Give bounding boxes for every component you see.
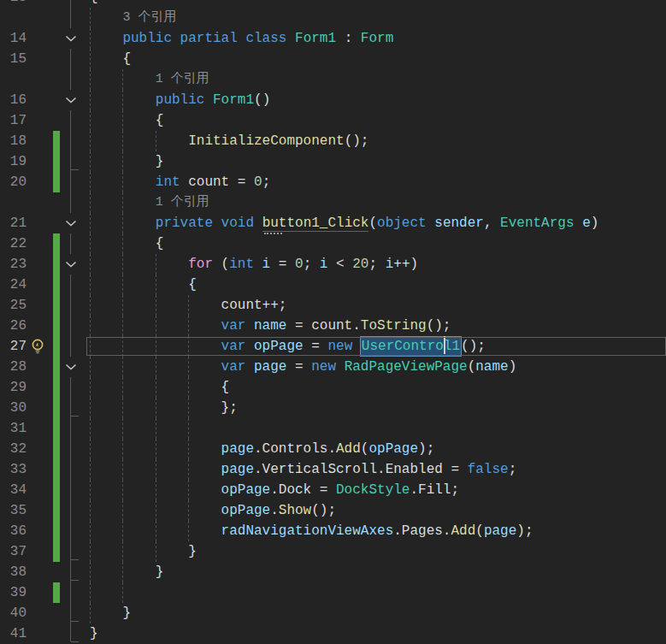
code-token: name: [475, 359, 508, 375]
code-token: DockStyle: [336, 482, 410, 498]
code-line-39[interactable]: 39: [0, 582, 666, 603]
code-token: (: [368, 216, 377, 231]
code-line-16[interactable]: 16public Form1(): [0, 90, 666, 110]
change-tracking-bar: [53, 418, 60, 439]
indent-guide: [188, 357, 189, 377]
code-line-37[interactable]: 37}: [0, 541, 666, 562]
code-line-19[interactable]: 19}: [0, 151, 666, 172]
code-text: public Form1(): [156, 90, 270, 110]
code-line-33[interactable]: 33page.VerticalScroll.Enabled = false;: [0, 459, 666, 480]
code-line-40[interactable]: 40}: [0, 603, 666, 623]
code-token: .VerticalScroll.Enabled =: [254, 462, 468, 477]
fold-chevron-icon[interactable]: [64, 90, 78, 110]
code-token: {: [188, 277, 197, 292]
indent-guide: [156, 500, 156, 521]
code-token: ;: [368, 257, 385, 272]
code-token: (): [254, 92, 270, 108]
code-line-34[interactable]: 34opPage.Dock = DockStyle.Fill;: [0, 480, 666, 500]
code-line-20[interactable]: 20int count = 0;: [0, 172, 666, 192]
code-line-21[interactable]: 21private void button1_Click(object send…: [0, 213, 666, 233]
code-token: i: [320, 257, 328, 272]
code-editor[interactable]: 13{3 个引用14public partial class Form1 : F…: [0, 0, 666, 644]
change-tracking-bar: [53, 439, 60, 459]
indent-guide: [90, 398, 91, 418]
codelens-row[interactable]: 3 个引用: [0, 8, 666, 28]
code-token: Show: [279, 503, 311, 518]
code-line-35[interactable]: 35opPage.Show();: [0, 500, 666, 521]
code-line-31[interactable]: 31: [0, 418, 666, 439]
indent-guide: [122, 172, 123, 192]
line-number: 21: [0, 213, 27, 233]
indent-guide: [156, 131, 156, 151]
indent-guide: [188, 500, 189, 521]
indent-guide: [156, 336, 156, 357]
code-text: {: [188, 275, 197, 295]
code-token: private void: [156, 216, 262, 231]
fold-chevron-icon[interactable]: [64, 254, 78, 275]
indent-guide: [122, 90, 123, 110]
code-line-32[interactable]: 32page.Controls.Add(opPage);: [0, 439, 666, 459]
code-line-36[interactable]: 36radNavigationViewAxes.Pages.Add(page);: [0, 521, 666, 541]
code-token: );: [516, 523, 533, 539]
code-token: }: [188, 544, 197, 559]
indent-guide: [90, 316, 91, 336]
code-token: public partial class: [122, 31, 295, 46]
code-line-15[interactable]: 15{: [0, 49, 666, 69]
line-number: 37: [0, 541, 27, 562]
change-tracking-bar: [53, 357, 60, 377]
code-token: ): [591, 216, 599, 231]
code-line-29[interactable]: 29{: [0, 377, 666, 398]
codelens-row[interactable]: 1 个引用: [0, 192, 666, 213]
code-line-27[interactable]: 27var opPage = new UserControl1();: [0, 336, 666, 357]
code-line-17[interactable]: 17{: [0, 110, 666, 131]
line-number: 36: [0, 521, 27, 541]
indent-guide: [90, 541, 91, 562]
code-line-24[interactable]: 24{: [0, 275, 666, 295]
code-text: InitializeComponent();: [188, 131, 368, 151]
code-line-41[interactable]: 41}: [0, 623, 666, 644]
code-line-13[interactable]: 13{: [0, 0, 666, 8]
change-tracking-bar: [53, 398, 60, 418]
code-text: opPage.Show();: [221, 500, 336, 521]
change-tracking-bar: [53, 480, 60, 500]
fold-chevron-icon[interactable]: [64, 28, 78, 49]
code-line-22[interactable]: 22{: [0, 233, 666, 254]
code-line-28[interactable]: 28var page = new RadPageViewPage(name): [0, 357, 666, 377]
line-number: 19: [0, 151, 27, 172]
code-token: ();: [345, 133, 369, 149]
code-line-38[interactable]: 38}: [0, 562, 666, 582]
text-caret: [444, 336, 445, 354]
fold-chevron-icon[interactable]: [64, 357, 78, 377]
indent-guide: [90, 582, 91, 603]
code-text: };: [221, 398, 238, 418]
codelens-references[interactable]: 1 个引用: [156, 69, 209, 90]
change-tracking-bar: [53, 521, 60, 541]
line-number: 29: [0, 377, 27, 398]
code-token: public: [156, 92, 213, 108]
code-token: ;: [262, 174, 271, 190]
fold-chevron-icon[interactable]: [64, 213, 78, 233]
code-line-26[interactable]: 26var name = count.ToString();: [0, 316, 666, 336]
codelens-references[interactable]: 3 个引用: [122, 8, 176, 28]
code-text: var name = count.ToString();: [221, 316, 451, 336]
code-token: page: [221, 462, 254, 477]
codelens-references[interactable]: 1 个引用: [156, 192, 209, 213]
change-tracking-bar: [53, 500, 60, 521]
code-line-18[interactable]: 18InitializeComponent();: [0, 131, 666, 151]
indent-guide: [90, 90, 91, 110]
code-line-14[interactable]: 14public partial class Form1 : Form: [0, 28, 666, 49]
indent-guide: [156, 480, 156, 500]
code-token: var: [221, 339, 254, 354]
codelens-row[interactable]: 1 个引用: [0, 69, 666, 90]
code-line-30[interactable]: 30};: [0, 398, 666, 418]
indent-guide: [90, 49, 91, 69]
code-line-23[interactable]: 23for (int i = 0; i < 20; i++): [0, 254, 666, 275]
indent-guide: [188, 439, 189, 459]
indent-guide: [90, 603, 91, 623]
lightbulb-icon[interactable]: [30, 338, 45, 355]
code-token: opPage: [221, 482, 271, 498]
code-text: private void button1_Click(object sender…: [156, 213, 599, 233]
code-token: (: [221, 257, 230, 272]
code-text: {: [90, 0, 98, 8]
code-line-25[interactable]: 25count++;: [0, 295, 666, 316]
